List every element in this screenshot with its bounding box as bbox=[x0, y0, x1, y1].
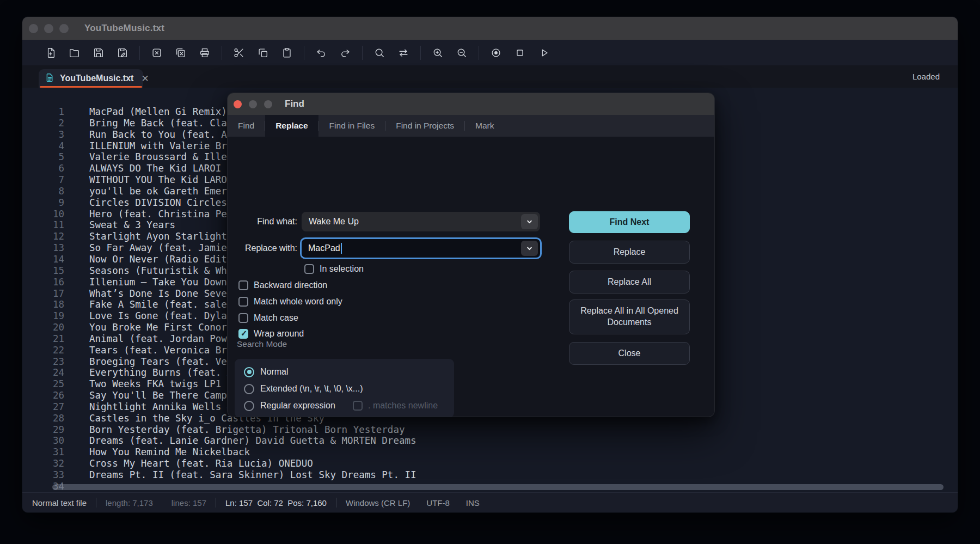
checkbox-box bbox=[304, 264, 314, 274]
replace-with-combobox[interactable]: MacPad bbox=[300, 237, 542, 259]
window-zoom-button[interactable] bbox=[59, 24, 69, 33]
search-mode-regex-radio[interactable]: Regular expression bbox=[244, 400, 335, 412]
save-as-button[interactable] bbox=[111, 42, 134, 63]
line-text: Say You'll Be There Campsit bbox=[89, 390, 244, 401]
line-text: How You Remind Me Nickelback bbox=[89, 447, 250, 458]
window-minimize-button[interactable] bbox=[44, 24, 53, 33]
dialog-title: Find bbox=[285, 99, 304, 109]
zoom-out-button[interactable] bbox=[450, 42, 474, 63]
paste-icon bbox=[281, 47, 293, 59]
close-button[interactable]: Close bbox=[569, 342, 690, 365]
tab-find[interactable]: Find bbox=[228, 115, 265, 137]
line-text: Broeging Tears (feat. Veron bbox=[89, 356, 244, 368]
find-what-combobox[interactable]: Wake Me Up bbox=[302, 212, 540, 231]
line-text: So Far Away (feat. Jamie S bbox=[89, 242, 238, 254]
open-file-button[interactable] bbox=[63, 42, 87, 63]
tab-replace[interactable]: Replace bbox=[265, 115, 318, 137]
replace-button[interactable] bbox=[391, 42, 415, 63]
find-button[interactable] bbox=[367, 42, 391, 63]
stop-macro-button[interactable] bbox=[508, 42, 532, 63]
tab-bar: YouTubeMusic.txt ✕ Loaded bbox=[22, 65, 958, 88]
line-number: 30 bbox=[22, 435, 64, 447]
line-text: You Broke Me First Conor Ma bbox=[89, 322, 244, 333]
line-text: Hero (feat. Christina Perr bbox=[89, 209, 238, 220]
replace-icon bbox=[397, 47, 409, 59]
line-number: 21 bbox=[22, 333, 64, 345]
line-number: 17 bbox=[22, 288, 64, 299]
line-text: Circles DIVISION Circles bbox=[89, 197, 227, 209]
dialog-body: Find what: Wake Me Up Replace with: MacP… bbox=[228, 137, 714, 417]
radio-button bbox=[244, 384, 254, 394]
replace-all-opened-docs-button[interactable]: Replace All in All Opened Documents bbox=[569, 299, 690, 334]
editor-line: 33Dreams Pt. II (feat. Sara Skinner) Los… bbox=[22, 469, 958, 481]
print-button[interactable] bbox=[193, 42, 217, 63]
line-number: 33 bbox=[22, 469, 64, 481]
line-number: 11 bbox=[22, 219, 64, 231]
find-dialog: Find Find Replace Find in Files Find in … bbox=[227, 93, 715, 417]
editor-line: 32Cross My Heart (feat. Ria Lucia) ONEDU… bbox=[22, 458, 958, 469]
checkbox-box bbox=[238, 280, 248, 290]
open-folder-icon bbox=[69, 47, 81, 59]
line-text: MacPad (Mellen Gi Remix) (f bbox=[89, 106, 244, 118]
paste-button[interactable] bbox=[275, 42, 299, 63]
replace-all-button[interactable]: Replace All bbox=[569, 271, 690, 294]
wrap-around-checkbox[interactable]: Wrap around bbox=[238, 328, 304, 340]
status-encoding: UTF-8 bbox=[426, 498, 450, 508]
copy-button[interactable] bbox=[251, 42, 275, 63]
save-button[interactable] bbox=[87, 42, 111, 63]
cut-icon bbox=[233, 47, 245, 59]
tab-mark[interactable]: Mark bbox=[465, 115, 504, 137]
replace-with-dropdown-button[interactable] bbox=[521, 241, 538, 256]
line-text: Dreams (feat. Lanie Gardner) David Guett… bbox=[89, 435, 416, 447]
checkbox-box bbox=[353, 401, 363, 411]
search-mode-normal-radio[interactable]: Normal bbox=[244, 366, 289, 378]
line-text: ILLENIUM with Valerie Brous bbox=[89, 140, 244, 152]
line-number: 27 bbox=[22, 401, 64, 413]
find-what-value: Wake Me Up bbox=[309, 212, 359, 231]
match-whole-word-checkbox[interactable]: Match whole word only bbox=[238, 296, 342, 308]
line-text: Animal (feat. Jordan Powers bbox=[89, 333, 244, 345]
line-text: Everything Burns (feat. Ana bbox=[89, 367, 244, 378]
dialog-zoom-button[interactable] bbox=[264, 100, 272, 108]
line-number: 1 bbox=[22, 106, 64, 118]
zoom-in-button[interactable] bbox=[426, 42, 450, 63]
cut-button[interactable] bbox=[227, 42, 251, 63]
line-text: Love Is Gone (feat. Dylan M bbox=[89, 310, 244, 322]
find-what-dropdown-button[interactable] bbox=[521, 214, 538, 229]
new-file-button[interactable] bbox=[39, 42, 63, 63]
undo-button[interactable] bbox=[309, 42, 333, 63]
tab-youtubemusic[interactable]: YouTubeMusic.txt ✕ bbox=[39, 69, 143, 88]
dialog-close-button[interactable] bbox=[234, 100, 242, 108]
close-all-documents-button[interactable] bbox=[169, 42, 193, 63]
tab-close-icon[interactable]: ✕ bbox=[141, 74, 149, 83]
line-number: 8 bbox=[22, 186, 64, 197]
line-text: Fake A Smile (feat. salem i bbox=[89, 299, 244, 310]
backward-direction-checkbox[interactable]: Backward direction bbox=[238, 279, 327, 291]
toolbar-separator bbox=[362, 46, 363, 60]
close-document-button[interactable] bbox=[145, 42, 169, 63]
search-mode-extended-radio[interactable]: Extended (\n, \r, \t, \0, \x...) bbox=[244, 383, 363, 395]
play-macro-button[interactable] bbox=[532, 42, 556, 63]
record-macro-button[interactable] bbox=[484, 42, 508, 63]
line-text: you'll be ok Gareth Emery T bbox=[89, 186, 244, 197]
window-close-button[interactable] bbox=[29, 24, 38, 33]
status-eol-format: Windows (CR LF) bbox=[346, 498, 410, 508]
line-text: Seasons (Futuristik & Whoga bbox=[89, 265, 244, 277]
zoom-in-icon bbox=[432, 47, 444, 59]
replace-button[interactable]: Replace bbox=[569, 241, 690, 264]
dialog-minimize-button[interactable] bbox=[249, 100, 257, 108]
search-icon bbox=[373, 47, 385, 59]
redo-button[interactable] bbox=[333, 42, 357, 63]
find-next-button[interactable]: Find Next bbox=[569, 211, 690, 233]
play-icon bbox=[538, 47, 550, 59]
status-lines: lines: 157 bbox=[171, 498, 206, 508]
tab-find-in-projects[interactable]: Find in Projects bbox=[385, 115, 464, 137]
in-selection-checkbox[interactable]: In selection bbox=[304, 263, 364, 275]
tab-find-in-files[interactable]: Find in Files bbox=[319, 115, 385, 137]
line-text: Illenium — Take You Down ( bbox=[89, 277, 238, 288]
line-number: 23 bbox=[22, 356, 64, 368]
match-case-checkbox[interactable]: Match case bbox=[238, 312, 298, 324]
line-number: 20 bbox=[22, 322, 64, 333]
horizontal-scrollbar[interactable] bbox=[52, 484, 944, 490]
dialog-titlebar: Find bbox=[228, 93, 714, 115]
